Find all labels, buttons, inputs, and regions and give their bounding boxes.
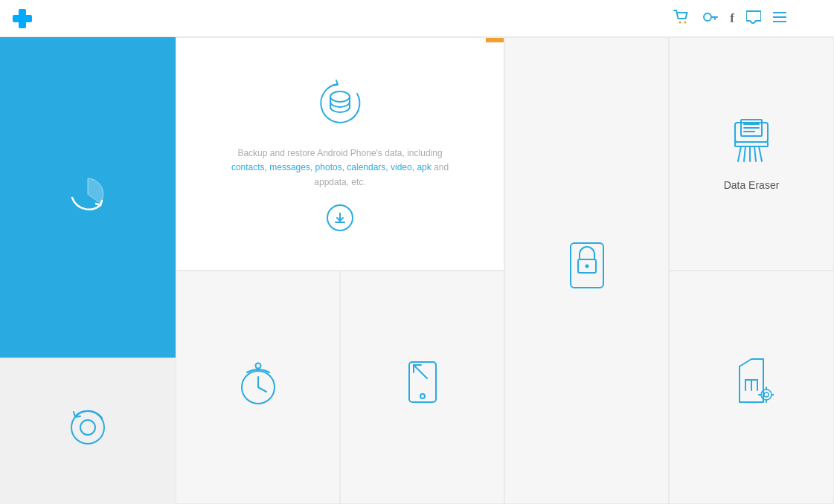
- svg-line-41: [738, 146, 741, 161]
- sidebar-item-data-recovery[interactable]: [0, 37, 176, 358]
- title-right: f: [673, 10, 822, 28]
- sim-unlock-icon: [725, 355, 778, 409]
- title-bar: f: [0, 0, 834, 37]
- svg-point-27: [420, 394, 425, 398]
- main-layout: Backup and restore Android Phone's data,…: [0, 37, 834, 504]
- chat-icon[interactable]: [746, 10, 761, 27]
- content-area: Backup and restore Android Phone's data,…: [176, 37, 834, 504]
- data-eraser-card[interactable]: Data Eraser: [669, 37, 834, 271]
- logo-plus-icon: [12, 8, 33, 29]
- svg-point-15: [330, 91, 350, 102]
- sim-unlock-card[interactable]: [669, 271, 834, 504]
- sidebar: [0, 37, 176, 504]
- menu-icon[interactable]: [773, 12, 786, 25]
- root-card[interactable]: [176, 271, 340, 504]
- download-button[interactable]: [327, 204, 353, 231]
- data-extraction-card[interactable]: [340, 271, 504, 504]
- data-eraser-label: Data Eraser: [724, 178, 780, 193]
- facebook-icon[interactable]: f: [730, 11, 734, 26]
- app-wrapper: f: [0, 0, 834, 504]
- svg-point-14: [80, 420, 95, 435]
- svg-line-45: [759, 146, 762, 161]
- svg-point-8: [704, 13, 711, 21]
- svg-line-42: [744, 146, 745, 161]
- svg-point-33: [764, 392, 769, 397]
- trial-badge: [486, 38, 504, 42]
- svg-point-20: [585, 265, 588, 268]
- data-backup-desc: Backup and restore Android Phone's data,…: [228, 146, 452, 190]
- screen-recorder-svg-icon: [65, 404, 111, 450]
- svg-point-24: [255, 364, 260, 369]
- cart-icon[interactable]: [673, 10, 690, 28]
- lock-screen-card[interactable]: [504, 37, 669, 504]
- data-backup-icon: [313, 77, 367, 130]
- svg-rect-40: [735, 142, 768, 146]
- data-backup-card[interactable]: Backup and restore Android Phone's data,…: [176, 37, 504, 271]
- data-recovery-svg-icon: [62, 168, 114, 220]
- key-icon[interactable]: [702, 10, 718, 28]
- svg-line-26: [414, 365, 427, 378]
- logo-group: [12, 8, 45, 29]
- svg-line-44: [754, 146, 756, 161]
- lock-screen-icon: [560, 239, 614, 292]
- svg-line-23: [258, 387, 266, 392]
- svg-point-7: [684, 21, 687, 23]
- sidebar-item-screen-recorder[interactable]: [0, 358, 176, 504]
- svg-point-6: [679, 21, 681, 23]
- data-extraction-icon: [396, 355, 449, 409]
- data-eraser-icon: [725, 114, 778, 168]
- root-icon: [231, 355, 285, 409]
